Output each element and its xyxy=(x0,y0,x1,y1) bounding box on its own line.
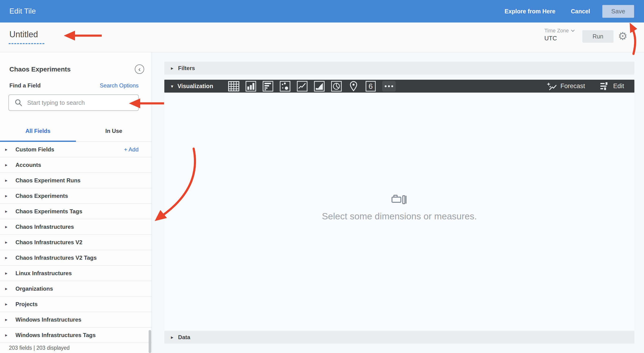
empty-state: Select some dimensions or measures. xyxy=(164,194,634,222)
field-group-chaos-infrastructures-v2-tags[interactable]: ▸ Chaos Infrastructures V2 Tags xyxy=(0,250,152,266)
run-button[interactable]: Run xyxy=(582,30,614,43)
gear-icon[interactable]: ⚙ xyxy=(616,30,629,43)
caret-right-icon: ▸ xyxy=(5,224,10,230)
explore-main-area: ▸ Filters ▾ Visualization xyxy=(152,52,644,353)
viz-area-chart-icon[interactable] xyxy=(314,80,325,92)
field-group-accounts[interactable]: ▸ Accounts xyxy=(0,157,152,173)
page-title: Edit Tile xyxy=(10,7,36,16)
field-picker-sidebar: Chaos Experiments ‹ Find a Field Search … xyxy=(0,52,152,353)
caret-right-icon: ▸ xyxy=(5,255,10,260)
viz-bar-actions: Forecast Edit xyxy=(546,82,624,91)
viz-column-chart-icon[interactable] xyxy=(245,80,256,92)
sidebar-header: Chaos Experiments ‹ xyxy=(0,64,152,75)
flashlight-icon xyxy=(391,194,408,206)
empty-state-message: Select some dimensions or measures. xyxy=(322,211,477,222)
caret-right-icon: ▸ xyxy=(5,317,10,322)
field-group-organizations[interactable]: ▸ Organizations xyxy=(0,281,152,296)
field-group-chaos-experiments[interactable]: ▸ Chaos Experiments xyxy=(0,188,152,204)
add-custom-field-button[interactable]: + Add xyxy=(124,146,138,153)
viz-table-icon[interactable] xyxy=(228,80,239,92)
field-group-projects[interactable]: ▸ Projects xyxy=(0,296,152,312)
collapse-panel-icon[interactable]: ‹ xyxy=(135,64,144,74)
caret-right-icon: ▸ xyxy=(5,193,10,198)
viz-scatter-plot-icon[interactable] xyxy=(280,80,291,92)
tile-title-input[interactable]: Untitled xyxy=(10,30,38,40)
timezone-label: Time Zone xyxy=(544,28,569,34)
cancel-button[interactable]: Cancel xyxy=(571,8,590,15)
search-input[interactable] xyxy=(27,99,136,106)
viz-more-options-icon[interactable] xyxy=(382,81,396,92)
field-tabs: All Fields In Use xyxy=(0,120,152,142)
field-group-windows-infrastructures-tags[interactable]: ▸ Windows Infrastructures Tags xyxy=(0,328,152,343)
field-group-chaos-experiments-tags[interactable]: ▸ Chaos Experiments Tags xyxy=(0,204,152,219)
viz-bar-chart-icon[interactable] xyxy=(262,80,274,92)
filters-section-toggle[interactable]: ▸ Filters xyxy=(164,62,634,74)
caret-right-icon: ▸ xyxy=(5,302,10,307)
timezone-value: UTC xyxy=(544,35,580,42)
tile-title-dashed-underline xyxy=(9,43,44,44)
topbar-actions: Explore from Here Cancel Save xyxy=(504,5,634,18)
chevron-down-icon xyxy=(571,28,575,32)
field-group-custom-fields[interactable]: ▸ Custom Fields + Add xyxy=(0,142,152,157)
caret-down-icon[interactable]: ▾ xyxy=(171,84,173,89)
visualization-section-toggle[interactable]: Visualization xyxy=(178,83,213,90)
viz-pie-chart-icon[interactable] xyxy=(331,80,342,92)
top-app-bar: Edit Tile Explore from Here Cancel Save xyxy=(0,0,644,22)
caret-right-icon: ▸ xyxy=(5,208,10,214)
caret-right-icon: ▸ xyxy=(171,334,174,340)
field-group-list: ▸ Custom Fields + Add ▸ Accounts ▸ Chaos… xyxy=(0,142,152,343)
caret-right-icon: ▸ xyxy=(171,66,174,71)
field-group-linux-infrastructures[interactable]: ▸ Linux Infrastructures xyxy=(0,266,152,281)
explore-header: Untitled Time Zone UTC Run ⚙ xyxy=(0,22,644,52)
caret-right-icon: ▸ xyxy=(5,332,10,338)
field-count-footer: 203 fields | 203 displayed xyxy=(0,343,152,353)
search-options-link[interactable]: Search Options xyxy=(100,82,138,89)
explore-name-title: Chaos Experiments xyxy=(10,66,70,73)
field-group-chaos-experiment-runs[interactable]: ▸ Chaos Experiment Runs xyxy=(0,173,152,188)
data-section-toggle[interactable]: ▸ Data xyxy=(164,331,634,344)
svg-text:6: 6 xyxy=(369,82,373,90)
save-button[interactable]: Save xyxy=(602,5,634,18)
caret-right-icon: ▸ xyxy=(5,286,10,291)
visualization-canvas: Select some dimensions or measures. xyxy=(164,92,634,331)
explore-from-here-button[interactable]: Explore from Here xyxy=(504,8,556,15)
field-group-windows-infrastructures[interactable]: ▸ Windows Infrastructures xyxy=(0,312,152,328)
sparkle-trend-icon xyxy=(546,82,556,91)
tab-all-fields[interactable]: All Fields xyxy=(0,120,76,142)
visualization-bar: ▾ Visualization xyxy=(164,80,634,92)
caret-right-icon: ▸ xyxy=(5,178,10,183)
edit-tile-window: Edit Tile Explore from Here Cancel Save … xyxy=(0,0,644,353)
find-field-row: Find a Field Search Options xyxy=(0,81,152,90)
search-icon xyxy=(14,99,22,107)
caret-right-icon: ▸ xyxy=(5,147,10,152)
field-group-chaos-infrastructures[interactable]: ▸ Chaos Infrastructures xyxy=(0,219,152,235)
caret-right-icon: ▸ xyxy=(5,270,10,276)
viz-type-picker: 6 xyxy=(228,80,396,92)
viz-line-chart-icon[interactable] xyxy=(296,80,308,92)
viz-single-value-icon[interactable]: 6 xyxy=(365,80,376,92)
edit-viz-button[interactable]: Edit xyxy=(600,82,624,91)
field-group-chaos-infrastructures-v2[interactable]: ▸ Chaos Infrastructures V2 xyxy=(0,235,152,250)
sidebar-scrollbar[interactable] xyxy=(149,330,151,353)
timezone-selector[interactable]: Time Zone UTC xyxy=(544,28,580,42)
caret-right-icon: ▸ xyxy=(5,240,10,245)
viz-map-icon[interactable] xyxy=(348,80,359,92)
find-a-field-label: Find a Field xyxy=(10,82,40,89)
sliders-icon xyxy=(600,82,609,91)
caret-right-icon: ▸ xyxy=(5,162,10,168)
forecast-button[interactable]: Forecast xyxy=(546,82,585,91)
field-search-box[interactable] xyxy=(8,94,139,111)
tab-in-use[interactable]: In Use xyxy=(76,120,152,142)
